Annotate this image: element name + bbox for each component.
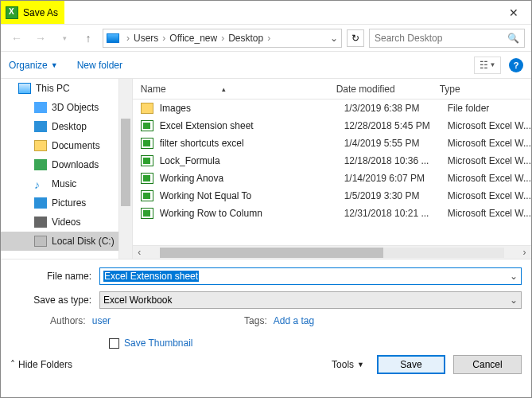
new-folder-button[interactable]: New folder bbox=[77, 60, 122, 71]
close-icon[interactable]: ✕ bbox=[495, 1, 531, 25]
authors-label: Authors: bbox=[50, 315, 86, 326]
horizontal-scrollbar[interactable]: ‹› bbox=[133, 245, 531, 259]
organize-menu[interactable]: Organize ▼ bbox=[9, 60, 58, 71]
file-row[interactable]: Working Row to Column12/31/2018 10:21 ..… bbox=[133, 205, 531, 222]
savetype-combo[interactable]: Excel Workbook ⌄ bbox=[99, 291, 522, 309]
sidebar-3d-objects[interactable]: 3D Objects bbox=[1, 98, 118, 117]
save-thumbnail-label: Save Thumbnail bbox=[124, 338, 193, 349]
file-date: 1/5/2019 3:30 PM bbox=[344, 190, 448, 201]
file-date: 12/28/2018 5:45 PM bbox=[344, 120, 448, 131]
column-type[interactable]: Type bbox=[440, 84, 531, 95]
forward-button[interactable]: → bbox=[31, 29, 50, 48]
file-date: 1/14/2019 6:07 PM bbox=[344, 173, 448, 184]
sort-indicator-icon: ▴ bbox=[222, 85, 226, 93]
file-type: Microsoft Excel W... bbox=[448, 208, 531, 219]
savetype-label: Save as type: bbox=[10, 295, 99, 306]
sidebar-this-pc[interactable]: This PC bbox=[1, 79, 118, 98]
column-headers: Name▴ Date modified Type bbox=[133, 79, 531, 100]
sidebar-downloads[interactable]: Downloads bbox=[1, 155, 118, 174]
address-dropdown-icon[interactable]: ⌄ bbox=[330, 33, 338, 44]
refresh-button[interactable]: ↻ bbox=[347, 29, 364, 47]
file-row[interactable]: Images1/3/2019 6:38 PMFile folder bbox=[133, 100, 531, 117]
file-name: Working Anova bbox=[160, 173, 344, 184]
cancel-button[interactable]: Cancel bbox=[453, 355, 522, 374]
title-highlight: Save As bbox=[1, 1, 64, 24]
3d-icon bbox=[34, 102, 47, 113]
back-button[interactable]: ← bbox=[7, 29, 26, 48]
pc-icon bbox=[107, 33, 119, 43]
column-date[interactable]: Date modified bbox=[336, 84, 440, 95]
authors-value[interactable]: user bbox=[92, 315, 111, 326]
sidebar-pictures[interactable]: Pictures bbox=[1, 193, 118, 213]
view-options-button[interactable]: ☷ ▼ bbox=[474, 57, 501, 74]
file-list-area: Name▴ Date modified Type Images1/3/2019 … bbox=[133, 79, 531, 259]
chevron-down-icon[interactable]: ⌄ bbox=[510, 295, 518, 306]
file-list: Images1/3/2019 6:38 PMFile folderExcel E… bbox=[133, 100, 531, 245]
file-row[interactable]: filter shortcuts excel1/4/2019 5:55 PMMi… bbox=[133, 135, 531, 152]
downloads-icon bbox=[34, 159, 47, 170]
save-thumbnail-checkbox[interactable] bbox=[109, 338, 119, 349]
search-icon: 🔍 bbox=[507, 33, 519, 44]
excel-file-icon bbox=[141, 173, 153, 184]
file-row[interactable]: Lock_Formula12/18/2018 10:36 ...Microsof… bbox=[133, 152, 531, 170]
file-name: Images bbox=[160, 103, 344, 114]
sidebar: This PC 3D Objects Desktop Documents Dow… bbox=[1, 79, 133, 259]
music-icon: ♪ bbox=[34, 178, 47, 189]
view-icon: ☷ bbox=[480, 60, 488, 71]
sidebar-scrollbar[interactable] bbox=[118, 79, 132, 259]
videos-icon bbox=[34, 217, 47, 228]
filename-input[interactable]: Excel Extension sheet ⌄ bbox=[99, 267, 522, 285]
breadcrumb-office[interactable]: Office_new bbox=[169, 33, 217, 44]
sidebar-desktop[interactable]: Desktop bbox=[1, 117, 118, 136]
file-date: 1/3/2019 6:38 PM bbox=[344, 103, 448, 114]
chevron-down-icon: ▼ bbox=[490, 61, 496, 68]
form-area: File name: Excel Extension sheet ⌄ Save … bbox=[1, 259, 531, 379]
chevron-down-icon[interactable]: ⌄ bbox=[510, 271, 518, 282]
file-type: Microsoft Excel W... bbox=[448, 138, 531, 149]
column-name[interactable]: Name▴ bbox=[141, 84, 336, 95]
chevron-up-icon: ˄ bbox=[10, 359, 15, 370]
disk-icon bbox=[34, 236, 47, 247]
content-area: This PC 3D Objects Desktop Documents Dow… bbox=[1, 79, 531, 259]
file-type: Microsoft Excel W... bbox=[448, 190, 531, 201]
file-row[interactable]: Working Not Equal To1/5/2019 3:30 PMMicr… bbox=[133, 187, 531, 205]
excel-file-icon bbox=[141, 155, 153, 166]
sidebar-music[interactable]: ♪Music bbox=[1, 174, 118, 193]
file-name: Excel Extension sheet bbox=[160, 120, 344, 131]
search-input[interactable]: Search Desktop 🔍 bbox=[369, 29, 525, 48]
chevron-down-icon: ▼ bbox=[51, 61, 58, 69]
tools-menu[interactable]: Tools ▼ bbox=[327, 357, 369, 373]
breadcrumb-users[interactable]: Users bbox=[134, 33, 158, 44]
tags-value[interactable]: Add a tag bbox=[274, 315, 314, 326]
pictures-icon bbox=[34, 197, 47, 209]
nav-row: ← → ▾ ↑ › Users › Office_new › Desktop ›… bbox=[1, 25, 531, 52]
file-row[interactable]: Excel Extension sheet12/28/2018 5:45 PMM… bbox=[133, 117, 531, 135]
pc-icon bbox=[18, 83, 31, 94]
excel-icon bbox=[6, 6, 18, 19]
file-date: 12/31/2018 10:21 ... bbox=[344, 208, 448, 219]
excel-file-icon bbox=[141, 120, 153, 131]
sidebar-videos[interactable]: Videos bbox=[1, 213, 118, 232]
window-title: Save As bbox=[23, 7, 58, 18]
breadcrumb-desktop[interactable]: Desktop bbox=[228, 33, 263, 44]
address-bar[interactable]: › Users › Office_new › Desktop › ⌄ bbox=[103, 29, 342, 48]
tags-label: Tags: bbox=[244, 315, 267, 326]
chevron-down-icon: ▼ bbox=[357, 361, 364, 369]
sidebar-local-disk[interactable]: Local Disk (C:) bbox=[1, 232, 118, 251]
file-type: Microsoft Excel W... bbox=[448, 173, 531, 184]
save-button[interactable]: Save bbox=[377, 355, 445, 374]
hide-folders-button[interactable]: ˄ Hide Folders bbox=[10, 359, 72, 370]
file-row[interactable]: Working Anova1/14/2019 6:07 PMMicrosoft … bbox=[133, 170, 531, 187]
filename-value: Excel Extension sheet bbox=[103, 271, 199, 282]
excel-file-icon bbox=[141, 208, 153, 219]
search-placeholder: Search Desktop bbox=[375, 33, 442, 44]
desktop-icon bbox=[34, 121, 47, 132]
help-button[interactable]: ? bbox=[509, 58, 523, 72]
up-button[interactable]: ↑ bbox=[79, 29, 98, 48]
file-date: 1/4/2019 5:55 PM bbox=[344, 138, 448, 149]
recent-dropdown[interactable]: ▾ bbox=[55, 29, 74, 48]
sidebar-documents[interactable]: Documents bbox=[1, 136, 118, 155]
excel-file-icon bbox=[141, 190, 153, 201]
file-type: Microsoft Excel W... bbox=[448, 120, 531, 131]
savetype-value: Excel Workbook bbox=[103, 295, 172, 306]
